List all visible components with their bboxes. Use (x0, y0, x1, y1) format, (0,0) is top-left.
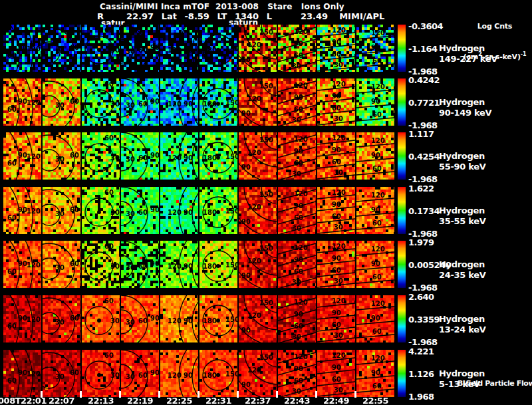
heatmap-panel-r6c8 (278, 295, 316, 342)
colorbar-row4 (398, 187, 406, 234)
heatmap-panel-r3c2 (43, 132, 80, 180)
heatmap-panel-r6c4 (121, 295, 159, 342)
lshell-org-values: 23.49 MIMI/APL (301, 11, 384, 21)
species-label-row3: Hydrogen (439, 151, 485, 161)
heatmap-panel-r5c5 (160, 241, 198, 288)
heatmap-panel-r7c8 (278, 350, 316, 397)
colorbar-min-label-row3: -1.968 (408, 174, 438, 184)
heatmap-panel-r4c1 (3, 187, 41, 234)
heatmap-panel-r1c8 (278, 25, 316, 72)
heatmap-panel-r1c10 (356, 25, 394, 72)
time-tick-label-3: 22:13 (88, 396, 114, 405)
heatmap-panel-r7c4 (121, 350, 159, 397)
time-tick-label-6: 22:31 (205, 396, 231, 405)
legend-units-title: Log Cnts (458, 22, 532, 31)
species-label-row2: Hydrogen (439, 97, 485, 107)
time-tick-label-8: 22:43 (284, 396, 310, 405)
colorbar-row5 (398, 241, 406, 288)
colorbar-min-label-row6: -1.968 (408, 337, 438, 347)
colorbar-max-label-row5: 1.979 (408, 237, 434, 247)
heatmap-panel-r3c3 (82, 132, 120, 180)
heatmap-panel-r3c8 (278, 132, 316, 180)
heatmap-panel-r4c4 (121, 187, 159, 234)
colorbar-legend: Log Cnts (cm2-sr-s-keV)-1 (458, 3, 532, 80)
heatmap-panel-r6c10 (356, 295, 394, 342)
species-label-row7: Hydrogen (439, 368, 485, 378)
heatmap-panel-r6c2 (43, 295, 80, 342)
heatmap-panel-r3c6 (200, 132, 237, 180)
species-label-row5: Hydrogen (439, 259, 485, 269)
heatmap-panel-r4c8 (278, 187, 316, 234)
bfield-particle-flow-label: B-field Particle Flow (458, 379, 532, 388)
colorbar-row3 (398, 132, 406, 180)
heatmap-panel-r5c3 (82, 241, 120, 288)
heatmap-panel-r1c9 (317, 25, 355, 72)
colorbar-max-label-row3: 1.117 (408, 129, 434, 139)
heatmap-panel-r4c2 (43, 187, 80, 234)
energy-range-label-row1: 149-227 keV (439, 54, 497, 64)
heatmap-panel-r1c6 (200, 25, 237, 72)
time-tick-label-2: 22:07 (49, 396, 74, 405)
colorbar-mid-label-row6: 0.3359 (408, 315, 440, 325)
heatmap-panel-r6c3 (82, 295, 120, 342)
colorbar-max-label-row1: -0.3604 (408, 21, 443, 31)
species-label-row4: Hydrogen (439, 205, 485, 215)
heatmap-panel-r3c10 (356, 132, 394, 180)
time-axis-tick (198, 391, 200, 398)
heatmap-panel-r2c4 (121, 78, 159, 126)
colorbar-mid-label-row4: 0.1734 (408, 206, 440, 216)
colorbar-mid-label-row3: 0.4254 (408, 152, 440, 162)
heatmap-panel-r2c10 (356, 78, 394, 126)
colorbar-max-label-row6: 2.640 (408, 292, 434, 302)
colorbar-min-label-row7: 1.968 (408, 392, 434, 402)
heatmap-panel-r4c9 (317, 187, 355, 234)
colorbar-row6 (398, 295, 406, 342)
colorbar-mid-label-row2: 0.7721 (408, 98, 440, 108)
time-axis-tick (158, 391, 160, 398)
time-axis-tick (80, 391, 82, 398)
heatmap-panel-r2c5 (160, 78, 198, 126)
heatmap-panel-r7c2 (43, 350, 80, 397)
heatmap-panel-r7c6 (200, 350, 237, 397)
heatmap-panel-r3c9 (317, 132, 355, 180)
heatmap-panel-r4c10 (356, 187, 394, 234)
heatmap-panel-r2c7 (239, 78, 277, 126)
heatmap-panel-r7c3 (82, 350, 120, 397)
heatmap-panel-r4c5 (160, 187, 198, 234)
time-axis-tick (354, 391, 356, 398)
heatmap-panel-r7c1 (3, 350, 41, 397)
heatmap-panel-r1c3 (82, 25, 120, 72)
heatmap-panel-r1c4 (121, 25, 159, 72)
heatmap-panel-r4c6 (200, 187, 237, 234)
heatmap-panel-r2c6 (200, 78, 237, 126)
heatmap-panel-r2c8 (278, 78, 316, 126)
time-tick-label-1: 008T22:01 (0, 396, 47, 405)
time-axis-tick (41, 391, 43, 398)
colorbar-mid-label-row7: 1.126 (408, 369, 434, 379)
heatmap-panel-r7c9 (317, 350, 355, 397)
heatmap-panel-r2c9 (317, 78, 355, 126)
time-tick-label-10: 22:55 (362, 396, 388, 405)
colorbar-max-label-row7: 4.221 (408, 346, 434, 356)
colorbar-row1 (398, 25, 406, 72)
species-label-row1: Hydrogen (439, 43, 485, 53)
heatmap-panel-r5c9 (317, 241, 355, 288)
heatmap-panel-r7c10 (356, 350, 394, 397)
heatmap-panel-r5c7 (239, 241, 277, 288)
heatmap-panel-r2c3 (82, 78, 120, 126)
species-label-row6: Hydrogen (439, 314, 485, 324)
heatmap-panel-r5c8 (278, 241, 316, 288)
heatmap-panel-r6c1 (3, 295, 41, 342)
heatmap-panel-r6c5 (160, 295, 198, 342)
heatmap-panel-r6c7 (239, 295, 277, 342)
time-axis-tick (276, 391, 278, 398)
energy-range-label-row6: 13-24 keV (439, 325, 486, 335)
colorbar-row2 (398, 78, 406, 126)
colorbar-mid-label-row1: -1.164 (408, 44, 438, 54)
plot-title: Cassini/MIMI Inca mTOF 2013-008 Stare Io… (100, 2, 344, 11)
time-axis-tick (315, 391, 317, 398)
colorbar-max-label-row4: 1.622 (408, 184, 434, 194)
heatmap-panel-r3c4 (121, 132, 159, 180)
energy-range-label-row4: 35-55 keV (439, 216, 486, 226)
heatmap-panel-r5c10 (356, 241, 394, 288)
